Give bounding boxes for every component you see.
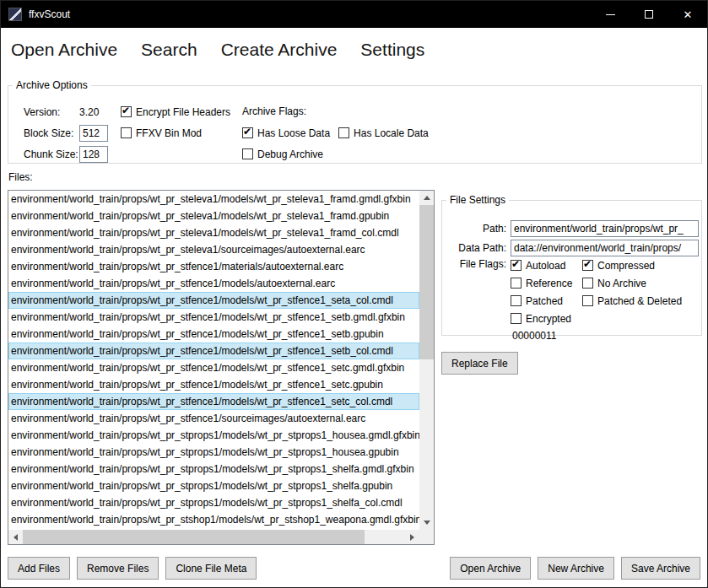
reference-checkbox[interactable]: Reference <box>511 274 582 292</box>
chunk-size-input[interactable] <box>79 146 108 163</box>
file-settings-group: File Settings Path: Data Path: File Flag… <box>441 194 702 336</box>
scroll-left-button[interactable] <box>8 530 23 544</box>
archive-options-group: Archive Options Version: 3.20 Block Size… <box>8 79 702 164</box>
block-size-input[interactable] <box>79 125 108 142</box>
version-row: Version: 3.20 <box>24 103 108 121</box>
checkbox-box <box>511 295 522 306</box>
checkbox-label: Debug Archive <box>257 148 323 160</box>
checkbox-box <box>242 127 253 138</box>
archive-flags-row-1: Has Loose Data Has Locale Data <box>242 124 429 142</box>
checkbox-box <box>582 278 593 289</box>
ffxv-bin-mod-checkbox[interactable]: FFXV Bin Mod <box>121 124 230 142</box>
scroll-down-button[interactable] <box>419 515 434 530</box>
file-list-item[interactable]: environment/world_train/props/wt_pr_stfe… <box>8 292 419 309</box>
minimize-button[interactable] <box>591 1 630 28</box>
file-list-item[interactable]: environment/world_train/props/wt_pr_stpr… <box>8 444 419 461</box>
archive-flags-label: Archive Flags: <box>242 103 429 121</box>
maximize-button[interactable] <box>630 1 668 28</box>
archive-flags-section: Archive Flags: Has Loose Data Has Locale… <box>242 103 429 166</box>
titlebar: ffxvScout ✕ <box>1 1 707 28</box>
version-value: 3.20 <box>79 106 99 118</box>
version-label: Version: <box>24 106 79 118</box>
checkbox-box <box>511 260 522 271</box>
chevron-down-icon <box>424 521 430 525</box>
scroll-right-button[interactable] <box>405 530 419 544</box>
archive-options-checkboxes: Encrypt File Headers FFXV Bin Mod <box>121 103 230 145</box>
menu-item-search[interactable]: Search <box>141 40 197 60</box>
file-list-item[interactable]: environment/world_train/props/wt_pr_stfe… <box>8 410 419 427</box>
window-title: ffxvScout <box>29 8 70 20</box>
vertical-scrollbar[interactable] <box>419 191 434 530</box>
scroll-up-button[interactable] <box>419 191 434 205</box>
vertical-scrollbar-thumb[interactable] <box>419 205 434 359</box>
debug-archive-checkbox[interactable]: Debug Archive <box>242 145 323 163</box>
menu-item-create-archive[interactable]: Create Archive <box>221 40 338 60</box>
checkbox-label: Has Locale Data <box>354 127 429 139</box>
file-list-item[interactable]: environment/world_train/props/wt_pr_stpr… <box>8 461 419 477</box>
window-controls: ✕ <box>591 1 707 28</box>
horizontal-scrollbar[interactable] <box>8 530 419 544</box>
data-path-label: Data Path: <box>447 242 506 254</box>
horizontal-scrollbar-thumb[interactable] <box>23 530 365 544</box>
file-list-item[interactable]: environment/world_train/props/wt_pr_stfe… <box>8 393 419 410</box>
encrypted-checkbox[interactable]: Encrypted <box>511 310 582 327</box>
checkbox-box <box>121 127 132 138</box>
scrollbar-corner <box>419 530 434 544</box>
checkbox-label: Patched <box>526 295 563 307</box>
has-locale-data-checkbox[interactable]: Has Locale Data <box>338 124 429 142</box>
new-archive-button[interactable]: New Archive <box>538 557 614 580</box>
checkbox-label: Patched & Deleted <box>597 295 682 307</box>
bottom-right-actions: Open ArchiveNew ArchiveSave Archive <box>450 557 700 580</box>
close-button[interactable]: ✕ <box>668 1 707 28</box>
save-archive-button[interactable]: Save Archive <box>621 557 700 580</box>
block-size-label: Block Size: <box>24 127 79 139</box>
remove-files-button[interactable]: Remove Files <box>77 557 159 580</box>
clone-file-meta-button[interactable]: Clone File Meta <box>165 557 257 580</box>
path-label: Path: <box>447 223 506 235</box>
has-loose-data-checkbox[interactable]: Has Loose Data <box>242 124 330 142</box>
no-archive-checkbox[interactable]: No Archive <box>582 274 682 292</box>
app-window: ffxvScout ✕ Open ArchiveSearchCreate Arc… <box>0 0 708 588</box>
add-files-button[interactable]: Add Files <box>8 557 70 580</box>
file-list-item[interactable]: environment/world_train/props/wt_pr_stel… <box>8 208 419 224</box>
menu-item-open-archive[interactable]: Open Archive <box>11 40 117 60</box>
checkbox-box <box>121 106 132 117</box>
open-archive-button[interactable]: Open Archive <box>450 557 531 580</box>
file-list-item[interactable]: environment/world_train/props/wt_pr_stsh… <box>8 511 419 528</box>
autoload-checkbox[interactable]: Autoload <box>511 256 582 274</box>
checkbox-box <box>582 295 593 306</box>
archive-flags-row-2: Debug Archive <box>242 145 429 163</box>
archive-options-fields: Version: 3.20 Block Size: Chunk Size: <box>24 103 108 166</box>
patched-deleted-checkbox[interactable]: Patched & Deleted <box>582 292 682 310</box>
file-list-item[interactable]: environment/world_train/props/wt_pr_stpr… <box>8 494 419 511</box>
chunk-size-label: Chunk Size: <box>24 148 79 160</box>
data-path-row: Data Path: <box>447 239 699 256</box>
file-list-item[interactable]: environment/world_train/props/wt_pr_stfe… <box>8 326 419 343</box>
file-list-item[interactable]: environment/world_train/props/wt_pr_stel… <box>8 224 419 241</box>
checkbox-label: Autoload <box>526 260 565 272</box>
chevron-right-icon <box>410 534 414 541</box>
data-path-input[interactable] <box>511 240 699 256</box>
encrypt-file-headers-checkbox[interactable]: Encrypt File Headers <box>121 103 230 121</box>
file-flags-label: File Flags: <box>447 258 506 270</box>
file-list-item[interactable]: environment/world_train/props/wt_pr_stfe… <box>8 359 419 376</box>
checkbox-box <box>582 260 593 271</box>
patched-checkbox[interactable]: Patched <box>511 292 582 310</box>
checkbox-label: Compressed <box>597 260 655 272</box>
path-input[interactable] <box>511 220 699 237</box>
file-list-item[interactable]: environment/world_train/props/wt_pr_stfe… <box>8 275 419 292</box>
file-list-item[interactable]: environment/world_train/props/wt_pr_stpr… <box>8 427 419 444</box>
checkbox-label: Encrypted <box>526 313 571 325</box>
minimize-icon <box>606 14 615 15</box>
file-list-item[interactable]: environment/world_train/props/wt_pr_stfe… <box>8 343 419 359</box>
replace-file-button[interactable]: Replace File <box>441 352 518 375</box>
file-list-item[interactable]: environment/world_train/props/wt_pr_stfe… <box>8 309 419 326</box>
file-list-item[interactable]: environment/world_train/props/wt_pr_stel… <box>8 191 419 208</box>
file-list-item[interactable]: environment/world_train/props/wt_pr_stpr… <box>8 477 419 494</box>
file-list-item[interactable]: environment/world_train/props/wt_pr_stel… <box>8 241 419 258</box>
file-list-item[interactable]: environment/world_train/props/wt_pr_stfe… <box>8 258 419 275</box>
checkbox-box <box>511 278 522 289</box>
file-list-item[interactable]: environment/world_train/props/wt_pr_stfe… <box>8 376 419 393</box>
compressed-checkbox[interactable]: Compressed <box>582 256 682 274</box>
menu-item-settings[interactable]: Settings <box>360 40 424 60</box>
